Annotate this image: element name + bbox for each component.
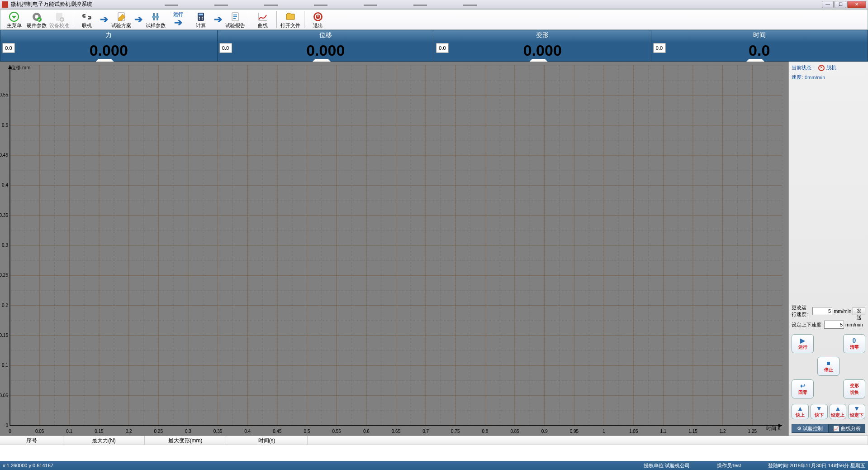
change-speed-label: 更改运行速度: (792, 304, 811, 318)
svg-text:0.1: 0.1 (66, 429, 72, 434)
curve-button[interactable]: 曲线 (252, 10, 274, 29)
curve-icon (257, 11, 268, 22)
tab-test-control[interactable]: ⚙试验控制 (792, 424, 829, 433)
svg-text:0.05: 0.05 (35, 429, 44, 434)
chart-canvas: 00.050.10.150.20.250.30.350.40.450.50.55… (0, 62, 788, 436)
svg-text:0.45: 0.45 (0, 153, 8, 158)
coord-readout: x:1.260000 y:0.614167 (3, 463, 53, 468)
svg-text:0.3: 0.3 (2, 243, 8, 248)
unit-label: mm/min (834, 308, 851, 314)
zero-clear-button[interactable]: 0清零 (843, 334, 865, 353)
readout-strip: 力 0.0 0.000 位移 0.0 0.000 变形 0.0 0.000 时间… (0, 30, 868, 62)
col-max-force[interactable]: 最大力(N) (63, 436, 145, 445)
stop-control-button[interactable]: ■停止 (817, 357, 840, 376)
svg-text:0.75: 0.75 (451, 429, 460, 434)
svg-text:1.15: 1.15 (688, 429, 697, 434)
deform-switch-button[interactable]: 变形切换 (843, 379, 865, 398)
offline-icon (818, 65, 825, 71)
down-arrow-icon: ▼ (816, 405, 822, 412)
status-value: 脱机 (826, 64, 836, 71)
background-tabs: ▬▬▬▬▬▬▬▬▬▬▬▬▬▬▬▬▬▬▬▬▬ (165, 2, 822, 7)
svg-text:0.5: 0.5 (2, 123, 8, 128)
tab-curve-analysis[interactable]: 📈曲线分析 (829, 424, 866, 433)
arrow-right-icon: ➔ (99, 14, 109, 25)
main-menu-button[interactable]: 主菜单 (3, 10, 25, 29)
close-button[interactable]: ✕ (847, 1, 866, 8)
test-report-button[interactable]: 试验报告 (224, 10, 246, 29)
gear-check-icon (31, 11, 42, 22)
connect-button[interactable]: 联机 (76, 10, 98, 29)
app-icon (2, 1, 8, 8)
svg-point-14 (199, 18, 200, 19)
svg-text:0.35: 0.35 (0, 213, 8, 218)
up-arrow-icon: ▲ (797, 405, 803, 412)
run-control-button[interactable]: ▶运行 (792, 334, 814, 353)
toolbar: 主菜单 硬件参数 设备校准 联机 ➔ 试验方案 ➔ 试样参数 运行 ➔ 计算 ➔… (0, 9, 868, 30)
unit-selector[interactable]: 0.0 (2, 43, 15, 53)
sample-params-button[interactable]: 试样参数 (145, 10, 166, 29)
svg-text:0.4: 0.4 (244, 429, 251, 434)
svg-text:1: 1 (602, 429, 605, 434)
maximize-button[interactable]: ☐ (835, 1, 846, 8)
svg-point-12 (199, 16, 200, 18)
speed-value: 0mm/min (805, 75, 825, 80)
svg-text:1.25: 1.25 (748, 429, 757, 434)
svg-text:0.15: 0.15 (0, 333, 8, 338)
toolbar-separator (73, 11, 73, 28)
set-down-button[interactable]: ▼设定下 (848, 404, 865, 419)
device-calib-button: 设备校准 (48, 10, 70, 29)
auth-unit: 授权单位:试验机公司 (644, 462, 690, 469)
svg-text:0.25: 0.25 (154, 429, 163, 434)
side-panel: 当前状态： 脱机 速度: 0mm/min 更改运行速度: mm/min 发送 设… (788, 62, 868, 436)
calculate-button[interactable]: 计算 (190, 10, 212, 29)
toolbar-separator (249, 11, 249, 28)
chart-area[interactable]: 00.050.10.150.20.250.30.350.40.450.50.55… (0, 62, 788, 436)
arrow-right-icon: ➔ (213, 14, 223, 25)
svg-rect-9 (152, 16, 159, 18)
up-arrow-icon: ▲ (835, 405, 841, 412)
sample-icon (150, 11, 161, 22)
unit-selector[interactable]: 0.0 (219, 43, 232, 53)
return-zero-button[interactable]: ↩回零 (792, 379, 814, 398)
open-file-button[interactable]: 打开文件 (280, 10, 301, 29)
send-button[interactable]: 发送 (853, 307, 865, 315)
set-ud-speed-input[interactable] (824, 321, 844, 329)
svg-text:0.4: 0.4 (2, 182, 8, 187)
fast-up-button[interactable]: ▲快上 (792, 404, 809, 419)
col-index[interactable]: 序号 (0, 436, 63, 445)
set-up-button[interactable]: ▲设定上 (830, 404, 847, 419)
readout-deformation: 变形 0.0 0.000 (434, 30, 651, 61)
run-button[interactable]: 运行 ➔ (167, 10, 189, 29)
speed-label: 速度: (792, 74, 803, 81)
return-icon: ↩ (800, 383, 806, 389)
test-plan-button[interactable]: 试验方案 (110, 10, 132, 29)
svg-text:0.3: 0.3 (185, 429, 191, 434)
table-body[interactable] (0, 445, 868, 461)
exit-button[interactable]: 退出 (307, 10, 329, 29)
unit-selector[interactable]: 0.0 (653, 43, 666, 53)
svg-text:0.5: 0.5 (304, 429, 310, 434)
svg-text:0.55: 0.55 (0, 92, 8, 97)
svg-text:0.95: 0.95 (570, 429, 579, 434)
readout-displacement: 位移 0.0 0.000 (218, 30, 435, 61)
svg-text:0.6: 0.6 (363, 429, 370, 434)
fast-down-button[interactable]: ▼快下 (811, 404, 828, 419)
svg-text:0.45: 0.45 (273, 429, 282, 434)
y-axis-label: 位移 mm (11, 64, 30, 71)
clipboard-pencil-icon (116, 11, 127, 22)
svg-rect-11 (199, 14, 203, 15)
link-icon (81, 11, 92, 22)
arrow-right-icon: ➔ (133, 14, 144, 25)
unit-selector[interactable]: 0.0 (436, 43, 449, 53)
svg-text:0: 0 (5, 423, 8, 428)
col-time[interactable]: 时间(s) (226, 436, 308, 445)
svg-text:0.9: 0.9 (541, 429, 548, 434)
change-speed-input[interactable] (812, 307, 832, 315)
down-arrow-circle-icon (9, 11, 19, 22)
col-max-deform[interactable]: 最大变形(mm) (145, 436, 226, 445)
minimize-button[interactable]: — (822, 1, 834, 8)
titlebar: 微机控制电子万能试验机测控系统 ▬▬▬▬▬▬▬▬▬▬▬▬▬▬▬▬▬▬▬▬▬ — … (0, 0, 868, 9)
readout-force: 力 0.0 0.000 (0, 30, 218, 61)
svg-text:1.2: 1.2 (720, 429, 726, 434)
hardware-params-button[interactable]: 硬件参数 (26, 10, 47, 29)
